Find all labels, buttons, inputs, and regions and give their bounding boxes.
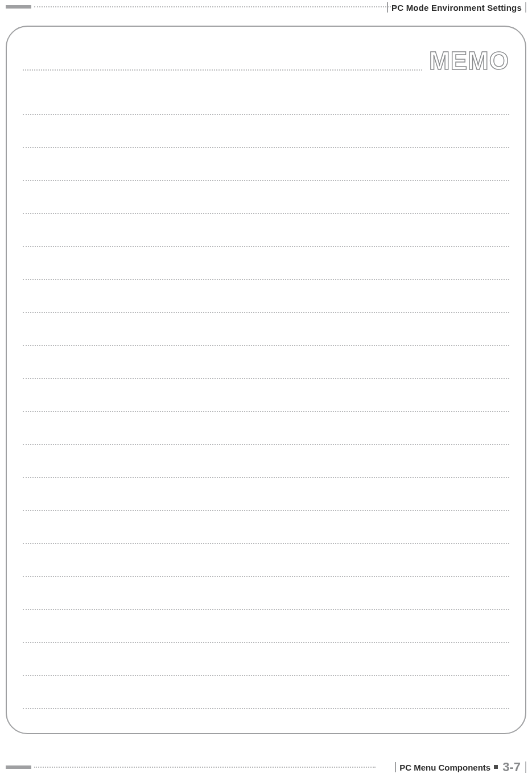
- memo-writing-line: [23, 544, 509, 577]
- memo-writing-line: [23, 82, 509, 115]
- memo-writing-line: [23, 478, 509, 511]
- footer-page-number: 3-7: [502, 760, 521, 775]
- memo-writing-line: [23, 445, 509, 478]
- memo-writing-line: [23, 148, 509, 181]
- memo-writing-line: [23, 577, 509, 610]
- page-footer: PC Menu Components 3-7: [0, 760, 532, 773]
- memo-title-row: MEMO: [23, 51, 509, 73]
- page-header: PC Mode Environment Settings: [0, 2, 532, 13]
- memo-title: MEMO: [429, 47, 509, 75]
- memo-writing-line: [23, 412, 509, 445]
- memo-writing-line: [23, 346, 509, 379]
- header-divider-left: [387, 2, 388, 13]
- memo-writing-line: [23, 511, 509, 544]
- footer-accent-bar: [6, 765, 31, 769]
- memo-writing-line: [23, 181, 509, 214]
- footer-section-name: PC Menu Components: [399, 763, 490, 772]
- memo-writing-line: [23, 379, 509, 412]
- memo-writing-line: [23, 280, 509, 313]
- memo-writing-line: [23, 676, 509, 709]
- header-title-wrap: PC Mode Environment Settings: [387, 2, 526, 13]
- memo-writing-line: [23, 610, 509, 643]
- footer-separator-icon: [494, 765, 498, 769]
- header-dotted-rule: [34, 6, 395, 7]
- memo-writing-line: [23, 643, 509, 676]
- footer-title-wrap: PC Menu Components 3-7: [395, 761, 526, 773]
- memo-writing-line: [23, 313, 509, 346]
- memo-title-dotted-rule: [23, 69, 422, 71]
- memo-writing-line: [23, 115, 509, 148]
- footer-dotted-rule: [34, 767, 376, 768]
- header-divider-right: [525, 2, 526, 13]
- memo-lines-container: [23, 82, 509, 709]
- header-section-title: PC Mode Environment Settings: [391, 3, 522, 13]
- memo-writing-line: [23, 214, 509, 247]
- footer-divider-left: [395, 762, 396, 772]
- footer-divider-right: [525, 761, 526, 773]
- header-accent-bar: [6, 5, 31, 9]
- memo-writing-line: [23, 247, 509, 280]
- memo-panel: MEMO: [6, 26, 526, 734]
